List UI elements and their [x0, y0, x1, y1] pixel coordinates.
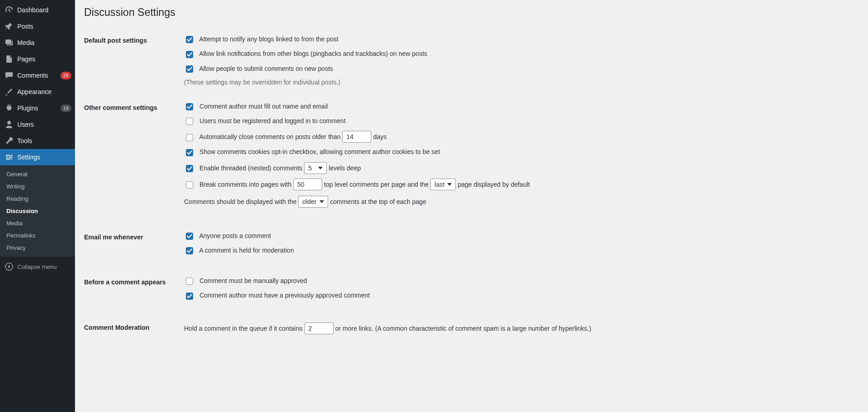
option-allow-pingbacks[interactable]: Allow link notifications from other blog…	[184, 49, 854, 59]
section-heading-email: Email me whenever	[84, 224, 184, 270]
input-close-days[interactable]	[342, 131, 371, 143]
sidebar-item-users[interactable]: Users	[0, 116, 75, 133]
sidebar-item-label: Dashboard	[17, 6, 71, 14]
option-label: A comment is held for moderation	[199, 247, 294, 254]
option-notify-blogs[interactable]: Attempt to notify any blogs linked to fr…	[184, 35, 854, 45]
media-icon	[5, 38, 14, 47]
option-prev-approved[interactable]: Comment author must have a previously ap…	[184, 291, 854, 301]
option-label-post: days	[373, 133, 387, 140]
option-label: Comment must be manually approved	[200, 277, 307, 284]
comment-icon	[5, 71, 14, 80]
submenu-item-discussion[interactable]: Discussion	[0, 205, 75, 217]
option-label: Allow link notifications from other blog…	[199, 50, 427, 57]
settings-form: Default post settings Attempt to notify …	[84, 28, 859, 351]
option-label: Show comments cookies opt-in checkbox, a…	[200, 148, 440, 155]
checkbox-manual-approve[interactable]	[186, 278, 193, 285]
input-max-links[interactable]	[304, 323, 334, 334]
option-auto-close[interactable]: Automatically close comments on posts ol…	[184, 131, 854, 143]
option-label: Comment author must have a previously ap…	[200, 292, 370, 299]
checkbox-fill-name-email[interactable]	[186, 103, 193, 110]
user-icon	[5, 120, 14, 129]
option-label-pre: Enable threaded (nested) comments	[200, 164, 304, 172]
option-label: Anyone posts a comment	[199, 232, 271, 239]
sidebar-item-tools[interactable]: Tools	[0, 133, 75, 149]
option-registered-to-comment[interactable]: Users must be registered and logged in t…	[184, 116, 854, 126]
sliders-icon	[5, 153, 14, 162]
option-email-held-moderation[interactable]: A comment is held for moderation	[184, 246, 854, 256]
checkbox-prev-approved[interactable]	[186, 293, 193, 300]
sidebar-item-label: Media	[17, 39, 71, 46]
sidebar-item-comments[interactable]: Comments 26	[0, 67, 75, 84]
select-thread-depth[interactable]: 5	[304, 162, 327, 174]
option-label: Attempt to notify any blogs linked to fr…	[199, 35, 339, 43]
comments-count-badge: 26	[60, 72, 71, 79]
main-content: Discussion Settings Default post setting…	[75, 0, 868, 412]
checkbox-auto-close[interactable]	[186, 134, 193, 141]
collapse-label: Collapse menu	[17, 263, 57, 270]
sidebar-item-plugins[interactable]: Plugins 19	[0, 100, 75, 116]
sidebar-item-label: Pages	[17, 55, 71, 63]
settings-submenu: General Writing Reading Discussion Media…	[0, 165, 75, 257]
wrench-icon	[5, 136, 14, 145]
submenu-item-general[interactable]: General	[0, 168, 75, 180]
section-heading-other: Other comment settings	[84, 95, 184, 224]
dashboard-icon	[5, 5, 14, 15]
submenu-item-privacy[interactable]: Privacy	[0, 242, 75, 254]
sidebar-item-label: Settings	[17, 154, 71, 161]
input-comments-per-page[interactable]	[293, 179, 322, 190]
section-heading-before-appears: Before a comment appears	[84, 269, 184, 315]
section-heading-moderation: Comment Moderation	[84, 315, 184, 351]
option-comment-order: Comments should be displayed with the ol…	[184, 195, 854, 209]
option-threaded-comments[interactable]: Enable threaded (nested) comments 5 leve…	[184, 162, 854, 174]
checkbox-email-held-moderation[interactable]	[186, 247, 193, 254]
collapse-menu-button[interactable]: Collapse menu	[0, 258, 75, 275]
option-label-pre: Comments should be displayed with the	[184, 198, 298, 205]
option-email-anyone-posts[interactable]: Anyone posts a comment	[184, 231, 854, 241]
submenu-item-writing[interactable]: Writing	[0, 180, 75, 193]
sidebar-item-dashboard[interactable]: Dashboard	[0, 2, 75, 18]
checkbox-cookies-opt-in[interactable]	[186, 149, 193, 156]
sidebar-item-media[interactable]: Media	[0, 35, 75, 51]
section-heading-default-post: Default post settings	[84, 28, 184, 95]
select-comment-order[interactable]: older	[298, 196, 328, 208]
sidebar-item-label: Comments	[17, 72, 57, 79]
option-manual-approve[interactable]: Comment must be manually approved	[184, 276, 854, 286]
sidebar-item-posts[interactable]: Posts	[0, 18, 75, 35]
pin-icon	[5, 22, 14, 31]
option-break-pages[interactable]: Break comments into pages with top level…	[184, 179, 854, 190]
sidebar-item-pages[interactable]: Pages	[0, 51, 75, 67]
option-label: Comment author must fill out name and em…	[200, 103, 328, 110]
sidebar-item-label: Users	[17, 121, 71, 128]
option-label-post: or more links. (A common characteristic …	[335, 325, 591, 332]
checkbox-threaded-comments[interactable]	[186, 165, 193, 172]
sidebar-item-label: Tools	[17, 137, 71, 144]
checkbox-email-anyone-posts[interactable]	[186, 233, 193, 240]
sidebar-item-label: Posts	[17, 23, 71, 30]
sidebar-item-settings[interactable]: Settings	[0, 149, 75, 165]
checkbox-allow-pingbacks[interactable]	[186, 51, 193, 58]
submenu-item-media[interactable]: Media	[0, 217, 75, 229]
checkbox-allow-comments[interactable]	[186, 65, 193, 73]
option-fill-name-email[interactable]: Comment author must fill out name and em…	[184, 102, 854, 112]
checkbox-notify-blogs[interactable]	[186, 36, 193, 43]
option-label-post: page displayed by default	[458, 181, 530, 188]
select-default-page[interactable]: last	[430, 179, 456, 190]
plugins-update-badge: 19	[60, 104, 71, 112]
submenu-item-permalinks[interactable]: Permalinks	[0, 229, 75, 242]
plug-icon	[5, 104, 14, 113]
collapse-icon	[5, 262, 14, 271]
page-icon	[5, 55, 14, 64]
option-label-pre: Break comments into pages with	[200, 181, 293, 188]
checkbox-registered-to-comment[interactable]	[186, 118, 193, 125]
sidebar-item-label: Plugins	[17, 104, 57, 112]
submenu-item-reading[interactable]: Reading	[0, 193, 75, 205]
option-label-post: comments at the top of each page	[330, 198, 426, 205]
sidebar-item-appearance[interactable]: Appearance	[0, 84, 75, 100]
option-label-mid: top level comments per page and the	[324, 181, 430, 188]
option-label-post: levels deep	[329, 164, 361, 172]
option-label-pre: Hold a comment in the queue if it contai…	[184, 325, 304, 332]
option-label-pre: Automatically close comments on posts ol…	[199, 133, 342, 140]
option-cookies-opt-in[interactable]: Show comments cookies opt-in checkbox, a…	[184, 147, 854, 157]
checkbox-break-pages[interactable]	[186, 181, 193, 189]
option-allow-comments[interactable]: Allow people to submit comments on new p…	[184, 64, 854, 74]
